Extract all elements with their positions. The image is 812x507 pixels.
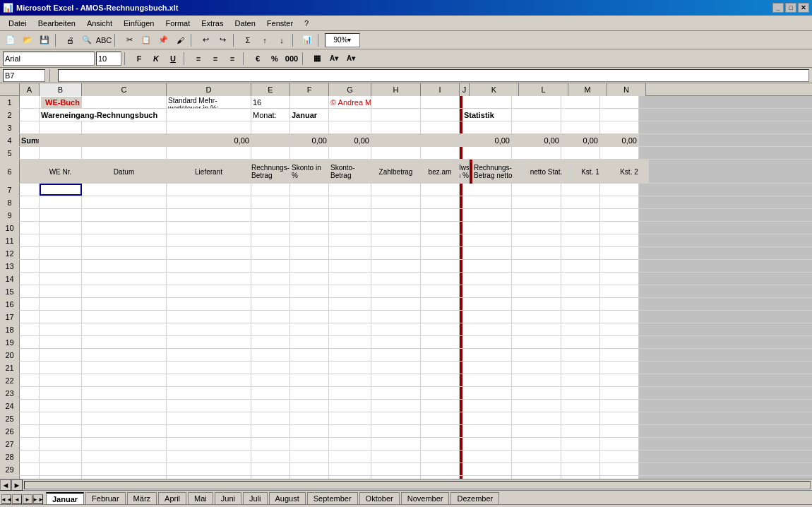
cell-I14[interactable]: [421, 273, 460, 285]
cell-N26[interactable]: [600, 425, 639, 437]
cell-H11[interactable]: [371, 234, 421, 246]
cell-A9[interactable]: [20, 209, 40, 221]
cell-I18[interactable]: [421, 323, 460, 335]
cell-N2[interactable]: [600, 109, 639, 121]
cell-A20[interactable]: [20, 349, 40, 361]
cell-A17[interactable]: [20, 311, 40, 323]
cell-L10[interactable]: [512, 222, 561, 234]
cell-C26[interactable]: [82, 425, 167, 437]
cell-G4-val[interactable]: 0,00: [329, 134, 371, 146]
cell-M26[interactable]: [561, 425, 600, 437]
cell-K13[interactable]: [462, 260, 512, 272]
cell-I28[interactable]: [421, 451, 460, 463]
cell-G21[interactable]: [329, 362, 371, 374]
cell-G8[interactable]: [329, 196, 371, 208]
cell-E15[interactable]: [251, 285, 290, 297]
cell-F27[interactable]: [290, 438, 329, 450]
cell-A29[interactable]: [20, 463, 40, 475]
cell-F30[interactable]: [290, 476, 329, 479]
cell-B15[interactable]: [40, 285, 82, 297]
cell-G18[interactable]: [329, 323, 371, 335]
cell-G10[interactable]: [329, 222, 371, 234]
menu-einfuegen[interactable]: Einfügen: [118, 18, 160, 29]
cell-B24[interactable]: [40, 400, 82, 412]
cell-C16[interactable]: [82, 298, 167, 310]
cell-H16[interactable]: [371, 298, 421, 310]
undo-btn[interactable]: ↩: [198, 33, 213, 47]
cell-A2[interactable]: [20, 109, 40, 121]
cell-N22[interactable]: [600, 374, 639, 386]
cell-D8[interactable]: [167, 196, 251, 208]
cell-M24[interactable]: [561, 400, 600, 412]
sheet-nav-btn[interactable]: ◄◄: [1, 494, 11, 504]
cell-I7[interactable]: [421, 184, 460, 196]
cell-C7[interactable]: [82, 184, 167, 196]
cell-M20[interactable]: [561, 349, 600, 361]
cell-A10[interactable]: [20, 222, 40, 234]
cell-I16[interactable]: [421, 298, 460, 310]
cell-M27[interactable]: [561, 438, 600, 450]
cell-K5[interactable]: [462, 147, 512, 159]
cell-G23[interactable]: [329, 387, 371, 399]
cell-B22[interactable]: [40, 374, 82, 386]
cell-G15[interactable]: [329, 285, 371, 297]
cell-G30[interactable]: [329, 476, 371, 479]
cell-B20[interactable]: [40, 349, 82, 361]
cell-B30[interactable]: [40, 476, 82, 479]
cell-B13[interactable]: [40, 260, 82, 272]
cell-F17[interactable]: [290, 311, 329, 323]
cell-C12[interactable]: [82, 247, 167, 259]
font-name-select[interactable]: [3, 52, 95, 66]
cell-D23[interactable]: [167, 387, 251, 399]
menu-format[interactable]: Format: [160, 18, 196, 29]
align-center-btn[interactable]: ≡: [208, 52, 223, 66]
cell-F23[interactable]: [290, 387, 329, 399]
cell-E27[interactable]: [251, 438, 290, 450]
menu-datei[interactable]: Datei: [3, 18, 32, 29]
cell-D1[interactable]: Standard Mehr-wertsteuer in %:: [167, 96, 251, 108]
col-header-L[interactable]: L: [519, 83, 568, 96]
cell-M3[interactable]: [561, 121, 600, 133]
cell-A18[interactable]: [20, 323, 40, 335]
cell-D24[interactable]: [167, 400, 251, 412]
cell-E20[interactable]: [251, 349, 290, 361]
cell-K15[interactable]: [462, 285, 512, 297]
cell-D14[interactable]: [167, 273, 251, 285]
col-header-A[interactable]: A: [20, 83, 40, 96]
sheet-tab-juli[interactable]: Juli: [243, 492, 268, 504]
cell-A12[interactable]: [20, 247, 40, 259]
cell-K24[interactable]: [462, 400, 512, 412]
cell-A30[interactable]: [20, 476, 40, 479]
cell-B3[interactable]: [40, 121, 82, 133]
cell-E18[interactable]: [251, 323, 290, 335]
cell-H3[interactable]: [371, 121, 421, 133]
cell-E23[interactable]: [251, 387, 290, 399]
cell-A3[interactable]: [20, 121, 40, 133]
cell-M18[interactable]: [561, 323, 600, 335]
cell-N18[interactable]: [600, 323, 639, 335]
cell-H24[interactable]: [371, 400, 421, 412]
cell-F24[interactable]: [290, 400, 329, 412]
cell-H15[interactable]: [371, 285, 421, 297]
cell-B25[interactable]: [40, 412, 82, 424]
cell-E14[interactable]: [251, 273, 290, 285]
cell-M23[interactable]: [561, 387, 600, 399]
cell-D4-val[interactable]: 0,00: [167, 134, 251, 146]
cell-G14[interactable]: [329, 273, 371, 285]
cell-G5[interactable]: [329, 147, 371, 159]
sheet-tab-oktober[interactable]: Oktober: [359, 492, 400, 504]
cell-L17[interactable]: [512, 311, 561, 323]
name-box[interactable]: [3, 69, 45, 82]
new-btn[interactable]: 📄: [3, 33, 18, 47]
cell-A28[interactable]: [20, 451, 40, 463]
cell-N8[interactable]: [600, 196, 639, 208]
cell-G28[interactable]: [329, 451, 371, 463]
cell-H17[interactable]: [371, 311, 421, 323]
formula-input[interactable]: [58, 69, 809, 82]
cell-H4[interactable]: [371, 134, 421, 146]
app-maximize-btn[interactable]: □: [785, 3, 796, 13]
cell-F16[interactable]: [290, 298, 329, 310]
cell-B11[interactable]: [40, 234, 82, 246]
cell-M13[interactable]: [561, 260, 600, 272]
cell-C30[interactable]: [82, 476, 167, 479]
